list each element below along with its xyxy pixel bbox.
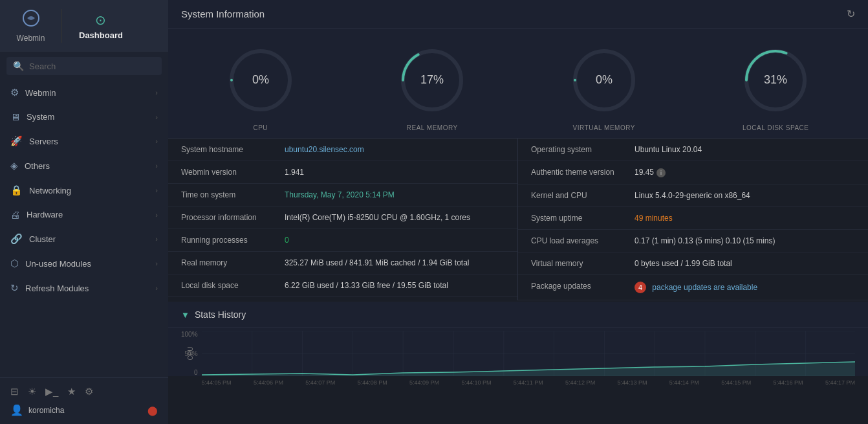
stats-collapse-icon[interactable]: ▼ <box>181 310 190 320</box>
gauge-svg-cpu: 0% <box>222 41 299 119</box>
x-label: 5:44:14 PM <box>669 379 699 386</box>
dashboard-label: Dashboard <box>79 30 123 40</box>
info-row-operating-system: Operating system Ubuntu Linux 20.04 <box>518 139 868 161</box>
chart-svg <box>202 331 855 376</box>
x-label: 5:44:05 PM <box>202 379 232 386</box>
footer-icon-settings[interactable]: ⚙ <box>85 386 93 397</box>
cpu-axis-label: CPU <box>187 346 194 360</box>
stats-chart-wrapper: 100% 50% 0 CPU <box>168 328 868 376</box>
info-value: 4 package updates are available <box>635 282 855 293</box>
info-value[interactable]: ubuntu20.silensec.com <box>285 145 505 154</box>
webmin-label: Webmin <box>17 34 45 43</box>
search-bar[interactable]: 🔍 <box>6 57 162 75</box>
sidebar-item-webmin[interactable]: ⚙ Webmin › <box>0 80 168 105</box>
x-axis-labels: 5:44:05 PM5:44:06 PM5:44:07 PM5:44:08 PM… <box>202 379 855 386</box>
user-name: koromicha <box>28 406 64 415</box>
gauge-label-local_disk: LOCAL DISK SPACE <box>743 124 808 131</box>
info-value: 0 <box>285 236 505 245</box>
nav-item-left: ⬡ Un-used Modules <box>10 258 91 269</box>
sidebar-item-hardware[interactable]: 🖨 Hardware › <box>0 203 168 227</box>
nav-icon-refresh_modules: ↻ <box>10 282 19 294</box>
info-label: Local disk space <box>181 281 285 290</box>
info-label: Time on system <box>181 190 285 199</box>
svg-text:17%: 17% <box>420 73 444 86</box>
nav-icon-unused_modules: ⬡ <box>10 258 19 269</box>
system-info-title: System Information <box>181 8 265 19</box>
pkg-badge: 4 <box>635 282 646 293</box>
info-row-system-hostname: System hostname ubuntu20.silensec.com <box>168 139 517 161</box>
info-row-webmin-version: Webmin version 1.941 <box>168 161 517 184</box>
user-row: 👤 koromicha ⬤ <box>10 404 158 416</box>
info-row-package-updates: Package updates 4 package updates are av… <box>518 275 868 300</box>
nav-icon-webmin: ⚙ <box>10 87 19 98</box>
sidebar-item-servers[interactable]: 🚀 Servers › <box>0 129 168 153</box>
sidebar-header: Webmin ⊙ Dashboard <box>0 0 168 52</box>
info-row-authentic-theme-version: Authentic theme version 19.45i <box>518 161 868 184</box>
info-row-kernel-and-cpu: Kernel and CPU Linux 5.4.0-29-generic on… <box>518 184 868 207</box>
nav-label-hardware: Hardware <box>27 210 63 219</box>
nav-icon-others: ◈ <box>10 160 18 172</box>
gauge-svg-local_disk: 31% <box>737 41 814 119</box>
info-value: 6.22 GiB used / 13.33 GiB free / 19.55 G… <box>285 281 505 290</box>
info-label: Kernel and CPU <box>531 191 635 200</box>
user-icon: 👤 <box>10 404 23 416</box>
gauge-cpu: 0% CPU <box>222 41 299 131</box>
x-label: 5:44:13 PM <box>617 379 647 386</box>
nav-label-networking: Networking <box>29 186 71 195</box>
info-label: Operating system <box>531 145 635 154</box>
sidebar-item-refresh_modules[interactable]: ↻ Refresh Modules › <box>0 276 168 300</box>
nav-chevron-refresh_modules: › <box>155 284 158 292</box>
nav-item-left: 🖨 Hardware <box>10 209 63 220</box>
stats-header: ▼ Stats History <box>168 302 868 328</box>
nav-chevron-unused_modules: › <box>155 260 158 267</box>
nav-label-servers: Servers <box>29 137 58 146</box>
info-value: 19.45i <box>635 168 855 177</box>
sidebar-footer: ⊟ ☀ ▶_ ★ ⚙ 👤 koromicha ⬤ <box>0 377 168 424</box>
system-info-section: System Information ↻ 0% CPU 17% REAL MEM… <box>168 0 868 300</box>
main-content: System Information ↻ 0% CPU 17% REAL MEM… <box>168 0 868 424</box>
info-col-2: Operating system Ubuntu Linux 20.04 Auth… <box>518 139 868 300</box>
info-row-system-uptime: System uptime 49 minutes <box>518 207 868 230</box>
nav-chevron-system: › <box>155 113 158 121</box>
nav-chevron-others: › <box>155 162 158 170</box>
system-info-header: System Information ↻ <box>168 0 868 28</box>
sidebar-item-unused_modules[interactable]: ⬡ Un-used Modules › <box>0 251 168 276</box>
nav-icon-hardware: 🖨 <box>10 209 20 220</box>
sidebar-item-networking[interactable]: 🔒 Networking › <box>0 178 168 203</box>
gauge-local_disk: 31% LOCAL DISK SPACE <box>737 41 814 131</box>
info-label: Webmin version <box>181 168 285 177</box>
nav-item-left: 🚀 Servers <box>10 135 58 147</box>
footer-icon-minimize[interactable]: ⊟ <box>10 386 19 397</box>
logout-icon[interactable]: ⬤ <box>147 405 158 416</box>
footer-icon-terminal[interactable]: ▶_ <box>45 386 58 397</box>
nav-item-left: 🔗 Cluster <box>10 233 56 245</box>
info-label: Package updates <box>531 282 635 291</box>
info-grid: System hostname ubuntu20.silensec.com We… <box>168 138 868 300</box>
pkg-link[interactable]: package updates are available <box>652 283 757 292</box>
refresh-icon[interactable]: ↻ <box>847 8 855 20</box>
svg-text:0%: 0% <box>596 73 613 86</box>
sidebar-item-others[interactable]: ◈ Others › <box>0 153 168 178</box>
dashboard-icon: ⊙ <box>95 12 106 28</box>
gauge-label-real_memory: REAL MEMORY <box>407 124 458 131</box>
nav-item-left: ↻ Refresh Modules <box>10 282 89 294</box>
info-label: CPU load averages <box>531 236 635 245</box>
stats-title: Stats History <box>195 309 246 320</box>
info-value: 1.941 <box>285 168 505 177</box>
info-row-processor-information: Processor information Intel(R) Core(TM) … <box>168 206 517 229</box>
sidebar-item-system[interactable]: 🖥 System › <box>0 105 168 129</box>
search-input[interactable] <box>29 61 155 71</box>
svg-text:0%: 0% <box>252 73 269 86</box>
sidebar-item-cluster[interactable]: 🔗 Cluster › <box>0 227 168 251</box>
nav-label-cluster: Cluster <box>29 234 56 244</box>
gauge-svg-virtual_memory: 0% <box>565 41 643 119</box>
footer-icon-bookmark[interactable]: ★ <box>67 386 76 397</box>
info-icon[interactable]: i <box>656 168 666 177</box>
footer-icon-theme[interactable]: ☀ <box>28 386 36 397</box>
info-value: 49 minutes <box>635 214 855 223</box>
nav-list: ⚙ Webmin › 🖥 System › 🚀 Servers › ◈ Othe… <box>0 80 168 300</box>
stats-section: ▼ Stats History 100% 50% 0 CPU <box>168 302 868 376</box>
nav-chevron-webmin: › <box>155 89 158 96</box>
nav-label-system: System <box>27 112 54 122</box>
info-value: Ubuntu Linux 20.04 <box>635 145 855 154</box>
